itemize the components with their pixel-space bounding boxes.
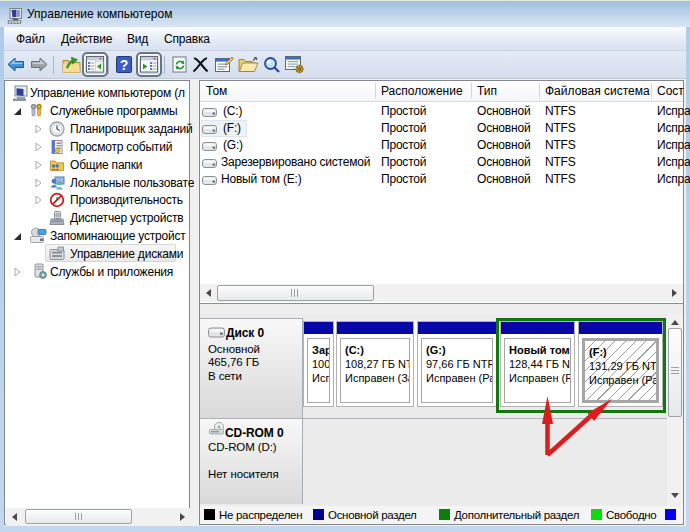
svg-text:?: ? [120,57,129,73]
